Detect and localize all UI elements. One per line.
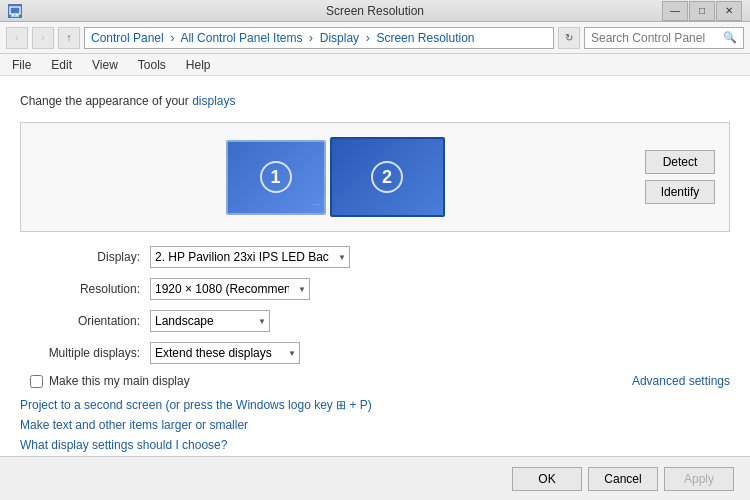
search-box: 🔍 — [584, 27, 744, 49]
page-title-highlight: displays — [192, 94, 235, 108]
close-button[interactable]: ✕ — [716, 1, 742, 21]
monitor-2-number: 2 — [371, 161, 403, 193]
address-bar: ‹ › ↑ Control Panel › All Control Panel … — [0, 22, 750, 54]
bottom-bar: OK Cancel Apply — [0, 456, 750, 500]
orientation-row: Orientation: Landscape Portrait Landscap… — [20, 310, 730, 332]
app-icon — [8, 4, 22, 18]
detect-button[interactable]: Detect — [645, 150, 715, 174]
resolution-row: Resolution: 1920 × 1080 (Recommended) 16… — [20, 278, 730, 300]
menu-tools[interactable]: Tools — [134, 56, 170, 74]
resolution-select-wrapper: 1920 × 1080 (Recommended) 1600 × 900 128… — [150, 278, 310, 300]
checkbox-advanced-row: Make this my main display Advanced setti… — [30, 374, 730, 388]
monitor-1-number: 1 — [260, 161, 292, 193]
display-label: Display: — [20, 250, 140, 264]
maximize-button[interactable]: □ — [689, 1, 715, 21]
refresh-button[interactable]: ↻ — [558, 27, 580, 49]
search-input[interactable] — [591, 31, 723, 45]
orientation-select-wrapper: Landscape Portrait Landscape (flipped) P… — [150, 310, 270, 332]
breadcrumb[interactable]: Control Panel › All Control Panel Items … — [84, 27, 554, 49]
svg-rect-0 — [10, 7, 20, 14]
advanced-settings-link[interactable]: Advanced settings — [632, 374, 730, 388]
monitor-area: 1 ··· 2 Detect Identify — [20, 122, 730, 232]
apply-button[interactable]: Apply — [664, 467, 734, 491]
menu-help[interactable]: Help — [182, 56, 215, 74]
main-display-checkbox-row: Make this my main display — [30, 374, 190, 388]
orientation-label: Orientation: — [20, 314, 140, 328]
menu-bar: File Edit View Tools Help — [0, 54, 750, 76]
title-bar: Screen Resolution — □ ✕ — [0, 0, 750, 22]
project-screen-text: Project to a second screen (or press the… — [20, 398, 372, 412]
main-display-checkbox[interactable] — [30, 375, 43, 388]
page-title-prefix: Change the appearance of your — [20, 94, 192, 108]
cancel-button[interactable]: Cancel — [588, 467, 658, 491]
search-icon: 🔍 — [723, 31, 737, 44]
forward-button[interactable]: › — [32, 27, 54, 49]
resolution-select[interactable]: 1920 × 1080 (Recommended) 1600 × 900 128… — [150, 278, 310, 300]
monitor-1-dots: ··· — [313, 200, 320, 209]
main-content: Change the appearance of your displays 1… — [0, 76, 750, 456]
multiple-displays-select[interactable]: Extend these displays Duplicate these di… — [150, 342, 300, 364]
ok-button[interactable]: OK — [512, 467, 582, 491]
resolution-label: Resolution: — [20, 282, 140, 296]
project-screen-link[interactable]: Project to a second screen (or press the… — [20, 398, 730, 412]
main-display-label: Make this my main display — [49, 374, 190, 388]
menu-view[interactable]: View — [88, 56, 122, 74]
breadcrumb-text: Control Panel › All Control Panel Items … — [91, 31, 475, 45]
monitor-buttons: Detect Identify — [645, 150, 715, 204]
monitor-1[interactable]: 1 ··· — [226, 140, 326, 215]
identify-button[interactable]: Identify — [645, 180, 715, 204]
page-title-container: Change the appearance of your displays — [20, 92, 730, 108]
monitors-container: 1 ··· 2 — [35, 137, 635, 217]
minimize-button[interactable]: — — [662, 1, 688, 21]
multiple-displays-select-wrapper: Extend these displays Duplicate these di… — [150, 342, 300, 364]
monitor-2[interactable]: 2 — [330, 137, 445, 217]
display-select-wrapper: 2. HP Pavilion 23xi IPS LED Backlit Moni… — [150, 246, 350, 268]
text-size-link[interactable]: Make text and other items larger or smal… — [20, 418, 730, 432]
multiple-displays-row: Multiple displays: Extend these displays… — [20, 342, 730, 364]
display-settings-link[interactable]: What display settings should I choose? — [20, 438, 730, 452]
multiple-displays-label: Multiple displays: — [20, 346, 140, 360]
links-section: Project to a second screen (or press the… — [20, 398, 730, 452]
up-button[interactable]: ↑ — [58, 27, 80, 49]
back-button[interactable]: ‹ — [6, 27, 28, 49]
menu-edit[interactable]: Edit — [47, 56, 76, 74]
window-title: Screen Resolution — [326, 4, 424, 18]
orientation-select[interactable]: Landscape Portrait Landscape (flipped) P… — [150, 310, 270, 332]
display-row: Display: 2. HP Pavilion 23xi IPS LED Bac… — [20, 246, 730, 268]
menu-file[interactable]: File — [8, 56, 35, 74]
display-select[interactable]: 2. HP Pavilion 23xi IPS LED Backlit Moni… — [150, 246, 350, 268]
